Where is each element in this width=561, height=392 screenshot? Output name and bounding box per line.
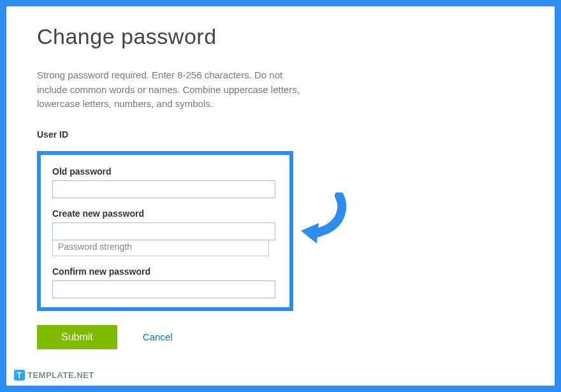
password-instruction-text: Strong password required. Enter 8-256 ch… — [37, 68, 311, 112]
confirm-password-input[interactable] — [52, 280, 275, 298]
confirm-password-group: Confirm new password — [52, 266, 278, 298]
new-password-group: Create new password Password strength — [52, 208, 278, 256]
new-password-label: Create new password — [52, 208, 278, 219]
app-frame: Change password Strong password required… — [0, 0, 561, 392]
submit-button[interactable]: Submit — [37, 325, 117, 349]
password-fields-highlight: Old password Create new password Passwor… — [37, 151, 293, 311]
button-row: Submit Cancel — [37, 325, 524, 349]
watermark-badge-icon: T — [14, 370, 25, 381]
callout-arrow-icon — [295, 192, 352, 250]
old-password-label: Old password — [52, 166, 278, 177]
password-strength-indicator: Password strength — [52, 240, 269, 256]
userid-label: User ID — [37, 129, 524, 140]
watermark: T TEMPLATE.NET — [14, 370, 94, 381]
page-content: Change password Strong password required… — [6, 6, 555, 349]
watermark-text: TEMPLATE.NET — [27, 370, 94, 380]
old-password-input[interactable] — [52, 180, 275, 198]
new-password-input[interactable] — [52, 222, 275, 240]
cancel-link[interactable]: Cancel — [143, 331, 173, 342]
old-password-group: Old password — [52, 166, 278, 198]
page-title: Change password — [37, 24, 524, 49]
confirm-password-label: Confirm new password — [52, 266, 278, 277]
